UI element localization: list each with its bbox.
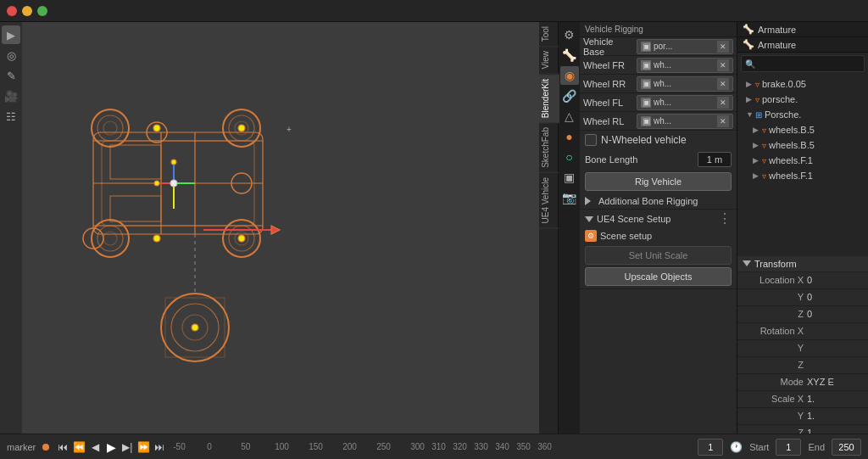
- bk-object-icon[interactable]: ◉: [560, 66, 579, 85]
- rig-panel-title: Vehicle Rigging: [585, 25, 643, 34]
- wheel-fr-slot[interactable]: ▣ wh... ✕: [637, 58, 733, 73]
- set-unit-scale-button[interactable]: Set Unit Scale: [585, 246, 732, 265]
- outliner-search[interactable]: 🔍: [741, 55, 865, 72]
- wheel-rl-slot[interactable]: ▣ wh... ✕: [637, 114, 733, 129]
- mesh-rr-icon: ▣: [641, 79, 651, 89]
- cursor-tool-icon[interactable]: ◎: [2, 46, 20, 64]
- ue4-scene-section: UE4 Scene Setup ⋮ ⚙ Scene setup Set Unit…: [580, 210, 737, 289]
- marker-label: marker: [7, 442, 36, 452]
- wheel-fr-close[interactable]: ✕: [717, 59, 729, 71]
- svg-point-16: [97, 226, 123, 251]
- prev-frame-button[interactable]: ◀: [88, 440, 102, 454]
- ruler-numbers: -50 0 50 100 150 200 250 300 310 320 330…: [173, 434, 691, 459]
- grab-tool-icon[interactable]: ✎: [2, 66, 20, 85]
- scene-setup-label: Scene setup: [600, 231, 652, 241]
- ue4-scene-header[interactable]: UE4 Scene Setup ⋮: [580, 210, 737, 228]
- wheel-rl-label: Wheel RL: [583, 116, 634, 126]
- location-y-row: Y 0: [737, 289, 868, 306]
- next-keyframe-button[interactable]: ⏩: [136, 440, 150, 454]
- item-wheels-f1-name: wheels.F.1: [769, 155, 813, 165]
- bk-render-icon[interactable]: 📷: [560, 188, 579, 207]
- additional-bone-label: Additional Bone Rigging: [598, 196, 698, 206]
- outliner-item-wheels-b2[interactable]: ▶ ▿ wheels.B.5: [739, 137, 866, 153]
- object-data-icon: 🦴: [743, 39, 754, 50]
- ue4-scene-label: UE4 Scene Setup: [597, 214, 670, 224]
- svg-text:+: +: [287, 125, 292, 134]
- outliner-item-porsche-col[interactable]: ▼ ⊞ Porsche.: [739, 107, 866, 122]
- select-tool-icon[interactable]: ▶: [2, 25, 20, 44]
- svg-point-31: [171, 160, 176, 165]
- wheel-rl-close[interactable]: ✕: [717, 115, 729, 127]
- max-dot[interactable]: [37, 6, 47, 16]
- additional-bone-header[interactable]: Additional Bone Rigging: [580, 193, 737, 209]
- mode-value[interactable]: XYZ E: [807, 377, 861, 387]
- vehicle-base-row: Vehicle Base ▣ por... ✕: [580, 37, 737, 56]
- wheel-fl-value: wh...: [654, 98, 671, 107]
- mesh-fl-icon: ▣: [641, 98, 651, 108]
- wheel-fl-slot[interactable]: ▣ wh... ✕: [637, 95, 733, 110]
- bone-length-value[interactable]: 1 m: [698, 152, 732, 167]
- svg-point-42: [192, 324, 198, 331]
- close-dot[interactable]: [7, 6, 17, 16]
- bk-settings-icon[interactable]: ⚙: [560, 25, 579, 44]
- car-wireframe: + +: [25, 64, 415, 404]
- wheel-rr-close[interactable]: ✕: [717, 78, 729, 90]
- tab-blenderkit[interactable]: BlenderKit: [539, 75, 559, 123]
- outliner-item-wheels-f1[interactable]: ▶ ▿ wheels.F.1: [739, 153, 866, 168]
- scale-y-label: Y: [744, 411, 804, 421]
- start-label: Start: [749, 442, 769, 452]
- rig-vehicle-button[interactable]: Rig Vehicle: [585, 172, 732, 191]
- play-button[interactable]: ▶: [104, 440, 118, 454]
- end-frame-input[interactable]: 250: [832, 439, 861, 456]
- vehicle-base-close[interactable]: ✕: [717, 41, 729, 53]
- active-object-icon: 🦴: [743, 24, 754, 35]
- upscale-objects-button[interactable]: Upscale Objects: [585, 267, 732, 286]
- prev-keyframe-button[interactable]: ⏪: [72, 440, 86, 454]
- outliner-item-wheels-b1[interactable]: ▶ ▿ wheels.B.5: [739, 122, 866, 137]
- scale-x-value[interactable]: 1.: [807, 394, 861, 404]
- next-frame-button[interactable]: ▶|: [120, 440, 134, 454]
- scale-z-value[interactable]: 1.: [807, 428, 861, 434]
- tab-sketchfab[interactable]: SketchFab: [539, 123, 559, 173]
- scale-y-value[interactable]: 1.: [807, 411, 861, 421]
- expand-icon: ▶: [746, 80, 753, 88]
- outliner-item-porsche-mesh[interactable]: ▶ ▿ porsche.: [739, 92, 866, 107]
- location-x-value[interactable]: 0: [807, 275, 861, 285]
- outliner-item-brake[interactable]: ▶ ▿ brake.0.05: [739, 76, 866, 92]
- grid-tool-icon[interactable]: ☷: [2, 107, 20, 126]
- location-y-value[interactable]: 0: [807, 292, 861, 302]
- tab-tool[interactable]: Tool: [539, 22, 559, 47]
- bk-material-icon[interactable]: ●: [560, 127, 579, 146]
- svg-point-29: [170, 180, 177, 187]
- n-wheeled-checkbox[interactable]: [585, 134, 597, 146]
- bone-length-row: Bone Length 1 m: [580, 149, 737, 170]
- bk-scene-icon[interactable]: ▣: [560, 168, 579, 187]
- outliner-item-wheels-f2[interactable]: ▶ ▿ wheels.F.1: [739, 168, 866, 183]
- section-menu-dots[interactable]: ⋮: [718, 212, 732, 226]
- bk-constraint-icon[interactable]: 🔗: [560, 87, 579, 105]
- vehicle-base-slot[interactable]: ▣ por... ✕: [637, 39, 733, 54]
- expand-icon: ▶: [753, 126, 760, 134]
- min-dot[interactable]: [22, 6, 32, 16]
- tab-ue4[interactable]: UE4 Vehicle: [539, 173, 559, 228]
- tab-view[interactable]: View: [539, 47, 559, 75]
- current-frame-display[interactable]: 1: [698, 439, 723, 456]
- wheel-rr-slot[interactable]: ▣ wh... ✕: [637, 76, 733, 92]
- bk-data-icon[interactable]: △: [560, 107, 579, 126]
- location-z-value[interactable]: 0: [807, 309, 861, 319]
- item-wheels-b2-name: wheels.B.5: [769, 140, 815, 150]
- expand-icon: ▶: [753, 171, 760, 180]
- item-wheels-f2-name: wheels.F.1: [769, 171, 813, 181]
- wheel-fr-label: Wheel FR: [583, 60, 634, 70]
- rotation-z-label: Z: [744, 360, 804, 370]
- start-frame-input[interactable]: 1: [776, 439, 801, 456]
- bk-armature-icon[interactable]: 🦴: [560, 46, 579, 64]
- transform-section[interactable]: Transform: [737, 256, 868, 272]
- jump-start-button[interactable]: ⏮: [56, 440, 70, 454]
- wheel-fl-close[interactable]: ✕: [717, 97, 729, 109]
- collapse-arrow-icon: [585, 216, 593, 222]
- bk-world-icon[interactable]: ○: [560, 148, 579, 166]
- camera-tool-icon[interactable]: 🎥: [2, 87, 20, 105]
- jump-end-button[interactable]: ⏭: [153, 440, 166, 454]
- active-object-name: Armature: [758, 25, 796, 35]
